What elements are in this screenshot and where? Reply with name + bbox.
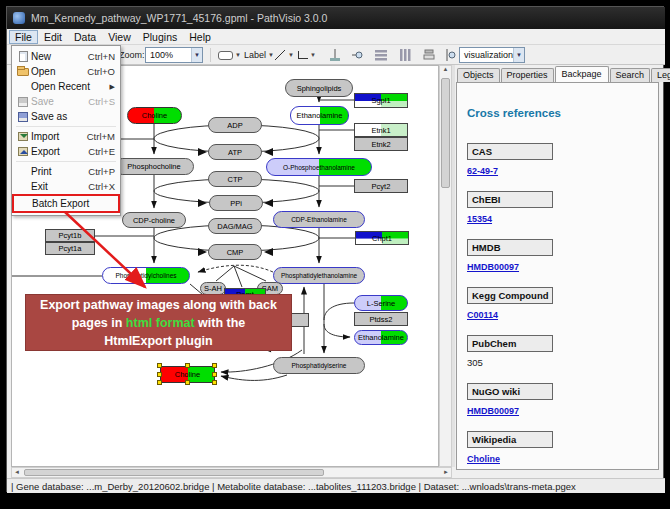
xref-link[interactable]: HMDB00097 [467, 262, 519, 272]
file-menu-item-open[interactable]: OpenCtrl+O [13, 64, 119, 79]
pathway-node-dag-mag[interactable]: DAG/MAG [208, 218, 262, 234]
tab-backpage[interactable]: Backpage [555, 66, 609, 82]
pathway-node-ethanolamine[interactable]: Ethanolamine [354, 330, 408, 345]
screenshot-frame: Mm_Kennedy_pathway_WP1771_45176.gpml - P… [0, 0, 670, 509]
align-center-button[interactable] [325, 47, 345, 63]
pathway-node-adp[interactable]: ADP [208, 117, 262, 133]
visualization-combobox[interactable]: visualization ▼ [459, 47, 525, 63]
chevron-down-icon[interactable]: ▼ [513, 48, 524, 62]
pathvisio-window: Mm_Kennedy_pathway_WP1771_45176.gpml - P… [6, 6, 664, 492]
stack-button[interactable] [419, 47, 439, 63]
distribute-vertical-button[interactable] [395, 47, 415, 63]
pathway-node-sgpl1[interactable]: Sgpl1 [354, 93, 408, 108]
pathway-node-cdp-choline[interactable]: CDP-choline [122, 212, 186, 228]
scroll-left-icon[interactable]: ◄ [14, 468, 20, 477]
tab-search[interactable]: Search [610, 68, 651, 82]
xref-link[interactable]: 15354 [467, 214, 492, 224]
xref-section-nugo: NuGO wiki HMDB00097 [467, 383, 658, 418]
xref-link[interactable]: 62-49-7 [467, 166, 498, 176]
file-menu-item-save-as[interactable]: Save as [13, 109, 119, 124]
horizontal-scroll-thumb[interactable] [24, 469, 324, 476]
tab-objects[interactable]: Objects [457, 68, 500, 82]
file-menu-item-open-recent[interactable]: Open Recent▶ [13, 79, 119, 94]
side-panel: Objects Properties Backpage Search Legen… [455, 65, 661, 473]
file-menu-item-export[interactable]: ExportCtrl+E [13, 144, 119, 159]
menu-edit[interactable]: Edit [38, 30, 68, 44]
menu-plugins[interactable]: Plugins [137, 30, 183, 44]
pathway-node-cdp-ethanolamine[interactable]: CDP-Ethanolamine [273, 211, 365, 228]
xref-link[interactable]: C00114 [467, 310, 498, 320]
menu-view[interactable]: View [102, 30, 137, 44]
chevron-down-icon[interactable]: ▼ [191, 48, 202, 62]
vertical-scroll-thumb[interactable] [441, 78, 450, 188]
selection-handle[interactable] [185, 380, 190, 385]
pathway-node-atp[interactable]: ATP [208, 144, 262, 160]
pathway-node-pcyt1a[interactable]: Pcyt1a [45, 242, 95, 255]
tab-properties[interactable]: Properties [501, 68, 554, 82]
zoom-label: Zoom: [119, 50, 145, 60]
selection-handle[interactable] [185, 363, 190, 368]
title-bar: Mm_Kennedy_pathway_WP1771_45176.gpml - P… [7, 7, 665, 29]
zoom-combobox[interactable]: 100% ▼ [145, 47, 203, 63]
pathway-node-pcyt1b[interactable]: Pcyt1b [45, 229, 95, 242]
pathway-node-phosphocholine[interactable]: Phosphocholine [114, 158, 194, 175]
selection-handle[interactable] [212, 372, 217, 377]
open-folder-icon [15, 68, 31, 76]
pathway-node-ethanolamine[interactable]: Ethanolamine [290, 106, 349, 125]
annotation-line-1: Export pathway images along with back [26, 296, 291, 314]
align-left-button[interactable] [441, 47, 461, 63]
selection-handle[interactable] [157, 380, 162, 385]
file-menu-item-import[interactable]: ImportCtrl+M [13, 129, 119, 144]
pathway-node-phosphatidylethanolamine[interactable]: Phosphatidylethanolamine [273, 267, 365, 284]
pathway-node-choline[interactable]: Choline [127, 107, 182, 124]
menu-help[interactable]: Help [183, 30, 217, 44]
line-tool-button[interactable]: ▼ [271, 47, 297, 63]
xref-link[interactable]: HMDB00097 [467, 406, 519, 416]
annotation-line-2: pages in html format with the [26, 314, 291, 332]
pathway-node-phosphatidylcholines[interactable]: Phosphatidylcholines [102, 267, 190, 284]
distribute-horizontal-button[interactable] [371, 47, 391, 63]
datanode-tool-button[interactable]: ▼ [215, 47, 244, 63]
new-file-icon [15, 51, 31, 62]
menu-file[interactable]: File [9, 30, 38, 44]
vertical-scrollbar[interactable]: ▲ [439, 65, 452, 467]
file-menu-item-print[interactable]: PrintCtrl+P [13, 164, 119, 179]
connector-tool-button[interactable]: ▼ [295, 47, 319, 63]
pathway-node-phosphatidylserine[interactable]: Phosphatidylserine [273, 357, 365, 374]
pathway-node-pcyt2[interactable]: Pcyt2 [354, 179, 408, 193]
export-icon [15, 147, 31, 156]
pathway-node-cmp[interactable]: CMP [208, 244, 262, 260]
horizontal-scrollbar[interactable]: ◄ ► [11, 467, 452, 478]
pathway-node-etnk2[interactable]: Etnk2 [354, 137, 408, 151]
align-middle-button[interactable] [347, 47, 367, 63]
pathway-node-etnk1[interactable]: Etnk1 [354, 123, 408, 137]
selection-handle[interactable] [212, 363, 217, 368]
pathway-node-sphingolipids[interactable]: Sphingolipids [285, 79, 353, 97]
scroll-up-icon[interactable]: ▲ [443, 66, 449, 72]
toolbar-separator [210, 48, 211, 62]
selection-handle[interactable] [157, 363, 162, 368]
menu-data[interactable]: Data [68, 30, 102, 44]
scroll-right-icon[interactable]: ► [443, 468, 449, 477]
pathway-node-l-serine[interactable]: L-Serine [354, 295, 408, 311]
xref-link[interactable]: Choline [467, 454, 500, 464]
selection-handle[interactable] [157, 372, 162, 377]
xref-section-kegg: Kegg Compound C00114 [467, 287, 658, 322]
pathway-node-ctp[interactable]: CTP [208, 171, 262, 187]
line-icon [274, 49, 286, 61]
tab-legend[interactable]: Legend [651, 68, 670, 82]
file-menu-item-batch-export[interactable]: Batch Export [14, 196, 118, 211]
pathway-node-ptdss2[interactable]: Ptdss2 [354, 312, 408, 326]
file-menu-item-exit[interactable]: ExitCtrl+X [13, 179, 119, 194]
pathway-node-chpt1[interactable]: Chpt1 [355, 231, 409, 245]
file-menu: NewCtrl+N OpenCtrl+O Open Recent▶ SaveCt… [11, 45, 121, 216]
datanode-tool-icon [218, 51, 233, 60]
pathway-node-o-phosphoethanolamine[interactable]: O-Phosphoethanolamine [266, 158, 372, 176]
selection-handle[interactable] [212, 380, 217, 385]
file-menu-item-save[interactable]: SaveCtrl+S [13, 94, 119, 109]
annotation-highlight: html format [126, 316, 195, 330]
pathway-node-ppi[interactable]: PPi [209, 195, 263, 211]
file-menu-item-new[interactable]: NewCtrl+N [13, 49, 119, 64]
xref-section-wikipedia: Wikipedia Choline [467, 431, 658, 466]
align-left-icon [444, 48, 458, 62]
